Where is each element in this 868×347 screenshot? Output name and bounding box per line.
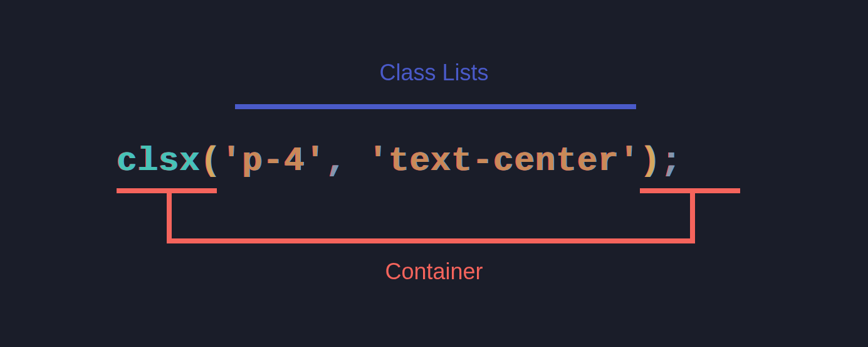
token-space: [347, 142, 367, 180]
token-arg1: 'p-4': [221, 142, 326, 180]
token-function-name: clsx: [117, 142, 201, 180]
bracket-left-tick: [117, 188, 217, 193]
token-semicolon: ;: [661, 142, 682, 180]
annotation-diagram: Class Lists clsx('p-4', 'text-center'); …: [0, 0, 868, 347]
bracket-horizontal: [167, 238, 695, 243]
bracket-right-drop: [690, 188, 695, 243]
code-snippet: clsx('p-4', 'text-center');: [117, 142, 682, 180]
bracket-left-drop: [167, 188, 172, 243]
token-comma: ,: [326, 142, 347, 180]
token-arg2: 'text-center': [368, 142, 640, 180]
bracket-right-tick: [640, 188, 740, 193]
token-open-paren: (: [201, 142, 221, 180]
container-label: Container: [385, 259, 483, 285]
class-lists-bracket: [235, 104, 636, 109]
class-lists-label: Class Lists: [379, 60, 488, 86]
token-close-paren: ): [640, 142, 661, 180]
